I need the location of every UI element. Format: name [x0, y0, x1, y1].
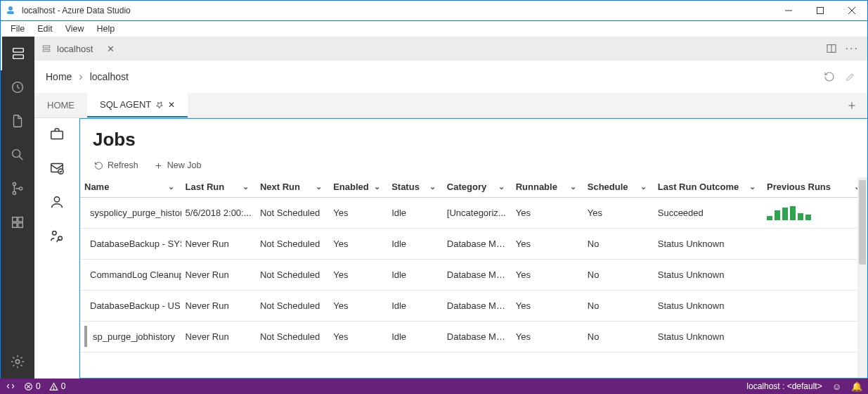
status-connection[interactable]: localhost : <default>	[746, 381, 822, 391]
svg-rect-16	[13, 223, 17, 227]
page-title: Jobs	[80, 119, 867, 158]
status-warnings[interactable]: 0	[49, 381, 66, 391]
refresh-icon[interactable]	[824, 71, 835, 82]
tab-home[interactable]: HOME	[34, 93, 87, 117]
more-icon[interactable]: ···	[846, 42, 859, 55]
breadcrumb: Home › localhost	[34, 61, 867, 93]
cell-enabled: Yes	[329, 290, 387, 321]
dashboard-tabs: HOME SQL AGENT ✕	[34, 93, 867, 118]
add-tab-button[interactable]	[836, 93, 867, 117]
table-row[interactable]: sp_purge_jobhistoryNever RunNot Schedule…	[80, 321, 867, 352]
col-nextrun[interactable]: Next Run⌄	[256, 177, 329, 197]
table-row[interactable]: DatabaseBackup - SYSNever RunNot Schedul…	[80, 228, 867, 259]
new-job-button[interactable]: New Job	[154, 160, 202, 170]
tab-sql-agent[interactable]: SQL AGENT ✕	[87, 93, 188, 117]
refresh-button[interactable]: Refresh	[94, 160, 138, 170]
svg-rect-6	[13, 49, 24, 53]
cell-lastrun: Never Run	[181, 321, 256, 352]
vertical-scrollbar[interactable]	[857, 177, 867, 378]
svg-rect-1	[7, 11, 14, 14]
scrollbar-thumb[interactable]	[859, 180, 866, 265]
chevron-down-icon: ⌄	[429, 182, 436, 191]
col-enabled[interactable]: Enabled⌄	[329, 177, 387, 197]
cell-enabled: Yes	[329, 259, 387, 290]
svg-rect-25	[51, 131, 63, 139]
cell-lastrun: Never Run	[181, 228, 256, 259]
cell-outcome: Status Unknown	[654, 259, 763, 290]
close-icon[interactable]: ✕	[107, 44, 115, 54]
menu-edit[interactable]: Edit	[32, 24, 58, 34]
activity-servers-icon[interactable]	[1, 37, 34, 70]
col-status[interactable]: Status⌄	[387, 177, 443, 197]
cell-status: Idle	[387, 228, 443, 259]
chevron-down-icon: ⌄	[242, 182, 249, 191]
tab-close-icon[interactable]: ✕	[168, 100, 175, 110]
col-category[interactable]: Category⌄	[443, 177, 512, 197]
maximize-button[interactable]	[804, 1, 836, 20]
cell-schedule: No	[583, 290, 654, 321]
feedback-icon[interactable]: ☺	[832, 381, 841, 392]
menu-view[interactable]: View	[60, 24, 90, 34]
table-row[interactable]: DatabaseBackup - USNever RunNot Schedule…	[80, 290, 867, 321]
chevron-down-icon: ⌄	[498, 182, 505, 191]
breadcrumb-home[interactable]: Home	[46, 71, 72, 82]
nav-alerts-icon[interactable]	[49, 160, 65, 176]
close-button[interactable]	[836, 1, 867, 20]
col-previous[interactable]: Previous Runs⌄	[763, 177, 867, 197]
tab-home-label: HOME	[47, 100, 75, 110]
cell-runnable: Yes	[512, 197, 583, 228]
pin-icon[interactable]	[155, 101, 164, 109]
cell-runnable: Yes	[512, 321, 583, 352]
col-outcome[interactable]: Last Run Outcome⌄	[654, 177, 763, 197]
cell-category: [Uncategoriz...	[443, 197, 512, 228]
split-editor-icon[interactable]	[826, 43, 837, 54]
cell-outcome: Status Unknown	[654, 290, 763, 321]
cell-name: CommandLog Cleanup	[90, 269, 181, 280]
cell-status: Idle	[387, 321, 443, 352]
activity-bar	[1, 37, 34, 379]
minimize-button[interactable]	[772, 1, 804, 20]
chevron-down-icon: ⌄	[374, 182, 380, 191]
edit-icon[interactable]	[845, 71, 856, 82]
svg-rect-7	[13, 55, 24, 59]
editor-tab-label: localhost	[57, 44, 93, 54]
cell-name: DatabaseBackup - SYS	[90, 239, 181, 249]
activity-explorer-icon[interactable]	[1, 104, 34, 138]
cell-nextrun: Not Scheduled	[256, 259, 329, 290]
nav-proxies-icon[interactable]	[49, 228, 65, 243]
activity-settings-icon[interactable]	[1, 345, 34, 379]
col-name[interactable]: Name⌄	[80, 177, 181, 197]
activity-extensions-icon[interactable]	[1, 205, 34, 239]
cell-schedule: Yes	[583, 197, 654, 228]
chevron-down-icon: ⌄	[570, 182, 576, 191]
cell-outcome: Succeeded	[654, 197, 763, 228]
nav-jobs-icon[interactable]	[49, 127, 65, 142]
activity-source-control-icon[interactable]	[1, 172, 34, 205]
jobs-panel: Jobs Refresh New Job	[79, 118, 867, 379]
nav-operators-icon[interactable]	[49, 194, 65, 210]
activity-history-icon[interactable]	[1, 70, 34, 104]
cell-name: sp_purge_jobhistory	[93, 331, 175, 342]
editor-tab-localhost[interactable]: localhost ✕	[34, 37, 122, 61]
status-errors[interactable]: 0	[24, 381, 41, 391]
agent-side-nav	[34, 118, 79, 379]
svg-point-29	[52, 231, 56, 236]
cell-outcome: Status Unknown	[654, 321, 763, 352]
col-lastrun[interactable]: Last Run⌄	[181, 177, 256, 197]
table-row[interactable]: CommandLog CleanupNever RunNot Scheduled…	[80, 259, 867, 290]
menu-file[interactable]: File	[5, 24, 30, 34]
cell-runnable: Yes	[512, 228, 583, 259]
table-row[interactable]: syspolicy_purge_history5/6/2018 2:00:...…	[80, 197, 867, 228]
cell-previous	[763, 321, 867, 352]
cell-nextrun: Not Scheduled	[256, 290, 329, 321]
cell-status: Idle	[387, 290, 443, 321]
col-runnable[interactable]: Runnable⌄	[512, 177, 583, 197]
activity-search-icon[interactable]	[1, 138, 34, 172]
cell-name: DatabaseBackup - US	[90, 300, 181, 311]
col-schedule[interactable]: Schedule⌄	[583, 177, 654, 197]
notifications-icon[interactable]: 🔔	[851, 381, 862, 392]
cell-nextrun: Not Scheduled	[256, 321, 329, 352]
remote-indicator[interactable]	[6, 381, 15, 391]
menubar: File Edit View Help	[0, 21, 868, 37]
menu-help[interactable]: Help	[91, 24, 121, 34]
